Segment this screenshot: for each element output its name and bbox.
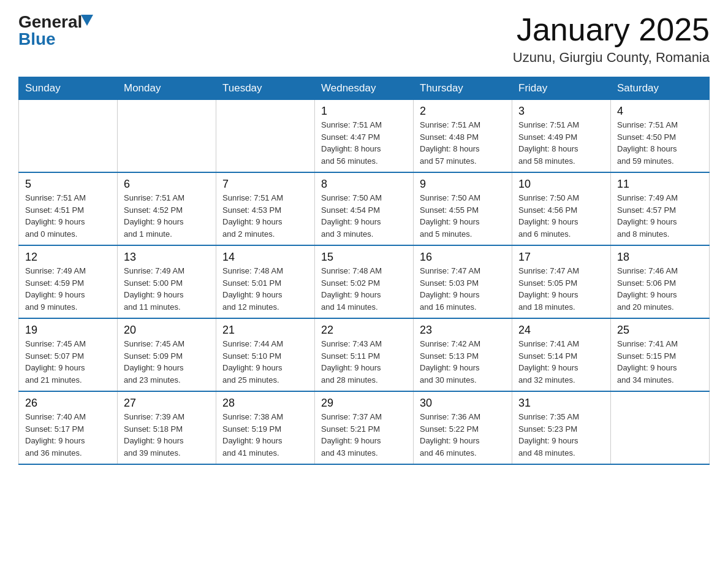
day-info: Sunrise: 7:51 AMSunset: 4:47 PMDaylight:… [321, 119, 407, 167]
day-info: Sunrise: 7:38 AMSunset: 5:19 PMDaylight:… [222, 411, 308, 459]
day-number: 26 [25, 397, 111, 410]
day-info: Sunrise: 7:51 AMSunset: 4:50 PMDaylight:… [617, 119, 703, 167]
day-number: 30 [420, 397, 506, 410]
calendar-cell: 11Sunrise: 7:49 AMSunset: 4:57 PMDayligh… [611, 172, 710, 245]
day-number: 6 [124, 178, 210, 191]
weekday-header-row: SundayMondayTuesdayWednesdayThursdayFrid… [19, 77, 710, 100]
day-number: 11 [617, 178, 703, 191]
day-info: Sunrise: 7:36 AMSunset: 5:22 PMDaylight:… [420, 411, 506, 459]
weekday-header-friday: Friday [512, 77, 611, 100]
calendar-cell: 29Sunrise: 7:37 AMSunset: 5:21 PMDayligh… [315, 391, 414, 464]
calendar-cell: 6Sunrise: 7:51 AMSunset: 4:52 PMDaylight… [118, 172, 216, 245]
calendar-cell: 4Sunrise: 7:51 AMSunset: 4:50 PMDaylight… [611, 100, 710, 173]
calendar-cell: 27Sunrise: 7:39 AMSunset: 5:18 PMDayligh… [118, 391, 216, 464]
calendar-cell: 19Sunrise: 7:45 AMSunset: 5:07 PMDayligh… [19, 318, 118, 391]
day-info: Sunrise: 7:51 AMSunset: 4:49 PMDaylight:… [518, 119, 604, 167]
day-number: 18 [617, 251, 703, 264]
title-area: January 2025 Uzunu, Giurgiu County, Roma… [513, 12, 710, 66]
weekday-header-monday: Monday [118, 77, 216, 100]
logo-blue-text: Blue [18, 29, 56, 49]
day-info: Sunrise: 7:40 AMSunset: 5:17 PMDaylight:… [25, 411, 111, 459]
day-number: 25 [617, 324, 703, 337]
day-number: 12 [25, 251, 111, 264]
day-info: Sunrise: 7:44 AMSunset: 5:10 PMDaylight:… [222, 338, 308, 386]
calendar-cell: 20Sunrise: 7:45 AMSunset: 5:09 PMDayligh… [118, 318, 216, 391]
day-info: Sunrise: 7:50 AMSunset: 4:54 PMDaylight:… [321, 192, 407, 240]
day-number: 9 [420, 178, 506, 191]
calendar-week-row: 19Sunrise: 7:45 AMSunset: 5:07 PMDayligh… [19, 318, 710, 391]
calendar-cell: 13Sunrise: 7:49 AMSunset: 5:00 PMDayligh… [118, 245, 216, 318]
day-info: Sunrise: 7:39 AMSunset: 5:18 PMDaylight:… [124, 411, 210, 459]
calendar-cell: 15Sunrise: 7:48 AMSunset: 5:02 PMDayligh… [315, 245, 414, 318]
weekday-header-thursday: Thursday [414, 77, 512, 100]
calendar-cell: 3Sunrise: 7:51 AMSunset: 4:49 PMDaylight… [512, 100, 611, 173]
calendar-cell: 17Sunrise: 7:47 AMSunset: 5:05 PMDayligh… [512, 245, 611, 318]
day-info: Sunrise: 7:45 AMSunset: 5:09 PMDaylight:… [124, 338, 210, 386]
weekday-header-sunday: Sunday [19, 77, 118, 100]
calendar-cell [611, 391, 710, 464]
calendar-cell: 23Sunrise: 7:42 AMSunset: 5:13 PMDayligh… [414, 318, 512, 391]
day-info: Sunrise: 7:46 AMSunset: 5:06 PMDaylight:… [617, 265, 703, 313]
calendar-cell: 26Sunrise: 7:40 AMSunset: 5:17 PMDayligh… [19, 391, 118, 464]
calendar-cell [19, 100, 118, 173]
day-number: 3 [518, 105, 604, 118]
calendar-week-row: 26Sunrise: 7:40 AMSunset: 5:17 PMDayligh… [19, 391, 710, 464]
day-number: 24 [518, 324, 604, 337]
day-info: Sunrise: 7:48 AMSunset: 5:02 PMDaylight:… [321, 265, 407, 313]
day-number: 23 [420, 324, 506, 337]
day-number: 14 [222, 251, 308, 264]
day-info: Sunrise: 7:35 AMSunset: 5:23 PMDaylight:… [518, 411, 604, 459]
calendar-cell: 2Sunrise: 7:51 AMSunset: 4:48 PMDaylight… [414, 100, 512, 173]
day-info: Sunrise: 7:49 AMSunset: 4:57 PMDaylight:… [617, 192, 703, 240]
calendar-cell: 12Sunrise: 7:49 AMSunset: 4:59 PMDayligh… [19, 245, 118, 318]
day-info: Sunrise: 7:37 AMSunset: 5:21 PMDaylight:… [321, 411, 407, 459]
day-info: Sunrise: 7:49 AMSunset: 5:00 PMDaylight:… [124, 265, 210, 313]
calendar-cell: 9Sunrise: 7:50 AMSunset: 4:55 PMDaylight… [414, 172, 512, 245]
day-info: Sunrise: 7:51 AMSunset: 4:53 PMDaylight:… [222, 192, 308, 240]
day-number: 28 [222, 397, 308, 410]
day-number: 16 [420, 251, 506, 264]
day-number: 10 [518, 178, 604, 191]
day-info: Sunrise: 7:49 AMSunset: 4:59 PMDaylight:… [25, 265, 111, 313]
weekday-header-saturday: Saturday [611, 77, 710, 100]
day-info: Sunrise: 7:41 AMSunset: 5:14 PMDaylight:… [518, 338, 604, 386]
weekday-header-tuesday: Tuesday [216, 77, 315, 100]
day-info: Sunrise: 7:47 AMSunset: 5:05 PMDaylight:… [518, 265, 604, 313]
calendar-cell: 22Sunrise: 7:43 AMSunset: 5:11 PMDayligh… [315, 318, 414, 391]
calendar-cell [216, 100, 315, 173]
day-number: 31 [518, 397, 604, 410]
calendar-cell: 14Sunrise: 7:48 AMSunset: 5:01 PMDayligh… [216, 245, 315, 318]
day-info: Sunrise: 7:51 AMSunset: 4:48 PMDaylight:… [420, 119, 506, 167]
calendar-cell: 31Sunrise: 7:35 AMSunset: 5:23 PMDayligh… [512, 391, 611, 464]
calendar-cell: 30Sunrise: 7:36 AMSunset: 5:22 PMDayligh… [414, 391, 512, 464]
day-number: 22 [321, 324, 407, 337]
day-number: 15 [321, 251, 407, 264]
calendar-cell: 16Sunrise: 7:47 AMSunset: 5:03 PMDayligh… [414, 245, 512, 318]
logo: General Blue [18, 12, 93, 49]
day-info: Sunrise: 7:42 AMSunset: 5:13 PMDaylight:… [420, 338, 506, 386]
calendar-week-row: 5Sunrise: 7:51 AMSunset: 4:51 PMDaylight… [19, 172, 710, 245]
day-number: 1 [321, 105, 407, 118]
day-number: 19 [25, 324, 111, 337]
day-info: Sunrise: 7:41 AMSunset: 5:15 PMDaylight:… [617, 338, 703, 386]
calendar-cell: 5Sunrise: 7:51 AMSunset: 4:51 PMDaylight… [19, 172, 118, 245]
day-info: Sunrise: 7:48 AMSunset: 5:01 PMDaylight:… [222, 265, 308, 313]
calendar-cell: 8Sunrise: 7:50 AMSunset: 4:54 PMDaylight… [315, 172, 414, 245]
calendar-cell [118, 100, 216, 173]
day-number: 17 [518, 251, 604, 264]
day-number: 7 [222, 178, 308, 191]
calendar-cell: 10Sunrise: 7:50 AMSunset: 4:56 PMDayligh… [512, 172, 611, 245]
day-number: 8 [321, 178, 407, 191]
logo-triangle-icon [81, 15, 93, 26]
day-number: 27 [124, 397, 210, 410]
day-number: 29 [321, 397, 407, 410]
calendar-cell: 24Sunrise: 7:41 AMSunset: 5:14 PMDayligh… [512, 318, 611, 391]
calendar-cell: 21Sunrise: 7:44 AMSunset: 5:10 PMDayligh… [216, 318, 315, 391]
calendar-cell: 1Sunrise: 7:51 AMSunset: 4:47 PMDaylight… [315, 100, 414, 173]
day-number: 20 [124, 324, 210, 337]
day-info: Sunrise: 7:51 AMSunset: 4:52 PMDaylight:… [124, 192, 210, 240]
day-info: Sunrise: 7:45 AMSunset: 5:07 PMDaylight:… [25, 338, 111, 386]
calendar-subtitle: Uzunu, Giurgiu County, Romania [513, 50, 710, 66]
calendar-table: SundayMondayTuesdayWednesdayThursdayFrid… [18, 77, 710, 465]
day-info: Sunrise: 7:51 AMSunset: 4:51 PMDaylight:… [25, 192, 111, 240]
